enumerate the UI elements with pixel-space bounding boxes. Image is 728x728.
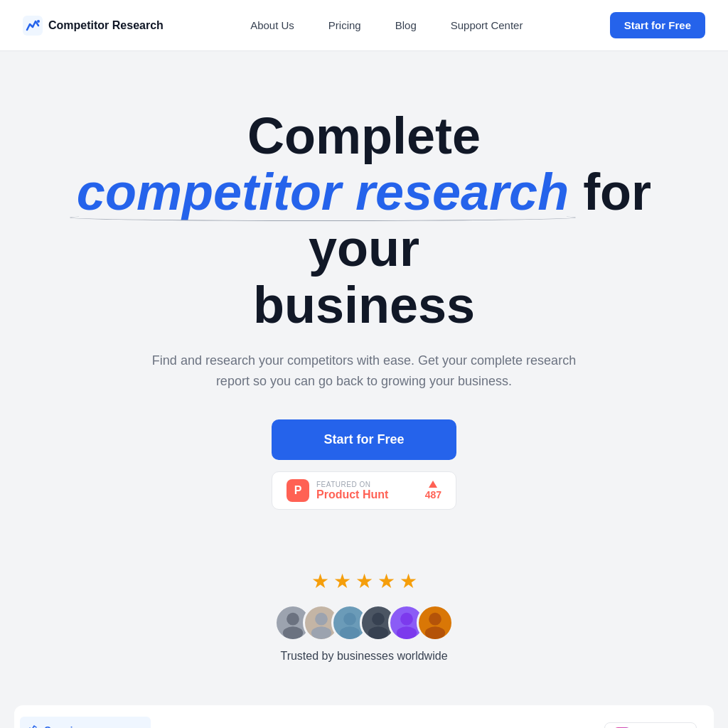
svg-point-13 bbox=[425, 627, 445, 640]
svg-point-2 bbox=[287, 613, 299, 626]
product-hunt-icon: P bbox=[287, 479, 309, 502]
svg-point-4 bbox=[315, 613, 328, 626]
svg-point-1 bbox=[37, 20, 40, 23]
hero-title-highlight: competitor research bbox=[77, 164, 569, 220]
star-1: ★ bbox=[311, 569, 329, 593]
svg-point-9 bbox=[368, 627, 388, 640]
hero-subtitle: Find and research your competitors with … bbox=[151, 350, 577, 392]
svg-point-7 bbox=[340, 627, 360, 640]
company-selector[interactable]: Shipixen ▼ bbox=[604, 722, 697, 728]
nav-cta-button[interactable]: Start for Free bbox=[610, 12, 705, 38]
svg-point-10 bbox=[400, 613, 413, 626]
star-4: ★ bbox=[378, 569, 395, 593]
logo-icon bbox=[23, 16, 43, 36]
svg-point-12 bbox=[429, 613, 441, 626]
star-rating: ★ ★ ★ ★ ★ bbox=[311, 569, 417, 593]
star-2: ★ bbox=[333, 569, 351, 593]
svg-point-11 bbox=[397, 627, 417, 640]
avatar-group bbox=[274, 604, 454, 641]
ph-votes: 487 bbox=[425, 481, 441, 500]
svg-point-3 bbox=[283, 627, 303, 640]
ph-upvote-icon bbox=[429, 481, 437, 488]
main-content: Competitor Overview Shipixen ▼ Shipixen … bbox=[156, 705, 714, 728]
hero-cta-button[interactable]: Start for Free bbox=[272, 419, 456, 460]
preview-section: Overview Keywords & Rankings Backlinks A… bbox=[0, 691, 728, 728]
svg-point-6 bbox=[343, 613, 356, 626]
trusted-text: Trusted by businesses worldwide bbox=[280, 650, 447, 663]
nav-links: About Us Pricing Blog Support Center bbox=[250, 19, 523, 32]
navbar: Competitor Research About Us Pricing Blo… bbox=[0, 0, 728, 51]
logo[interactable]: Competitor Research bbox=[23, 16, 164, 36]
svg-point-5 bbox=[311, 627, 331, 640]
ph-name: Product Hunt bbox=[316, 488, 388, 501]
logo-text: Competitor Research bbox=[48, 19, 164, 32]
hero-title-prefix: Complete bbox=[247, 107, 481, 164]
hero-title: Complete competitor research for yourbus… bbox=[58, 108, 670, 333]
main-header: Competitor Overview Shipixen ▼ bbox=[173, 722, 697, 728]
ph-vote-count: 487 bbox=[425, 489, 441, 500]
star-5: ★ bbox=[400, 569, 417, 593]
nav-link-blog[interactable]: Blog bbox=[395, 19, 417, 31]
product-hunt-text: FEATURED ON Product Hunt bbox=[316, 481, 388, 501]
avatar-6 bbox=[417, 604, 454, 641]
hero-section: Complete competitor research for yourbus… bbox=[0, 51, 728, 552]
product-hunt-badge[interactable]: P FEATURED ON Product Hunt 487 bbox=[272, 471, 456, 510]
nav-link-pricing[interactable]: Pricing bbox=[328, 19, 361, 31]
sidebar: Overview Keywords & Rankings Backlinks A… bbox=[14, 705, 156, 728]
nav-link-about-us[interactable]: About Us bbox=[250, 19, 294, 31]
overview-icon bbox=[27, 724, 37, 728]
sidebar-item-overview[interactable]: Overview bbox=[20, 717, 151, 728]
sidebar-label-overview: Overview bbox=[44, 724, 85, 728]
ph-featured-on: FEATURED ON bbox=[316, 481, 370, 488]
social-proof-section: ★ ★ ★ ★ ★ Trusted by businesses worldwid… bbox=[0, 552, 728, 691]
nav-link-support[interactable]: Support Center bbox=[451, 19, 523, 31]
star-3: ★ bbox=[355, 569, 373, 593]
svg-point-8 bbox=[372, 613, 385, 626]
